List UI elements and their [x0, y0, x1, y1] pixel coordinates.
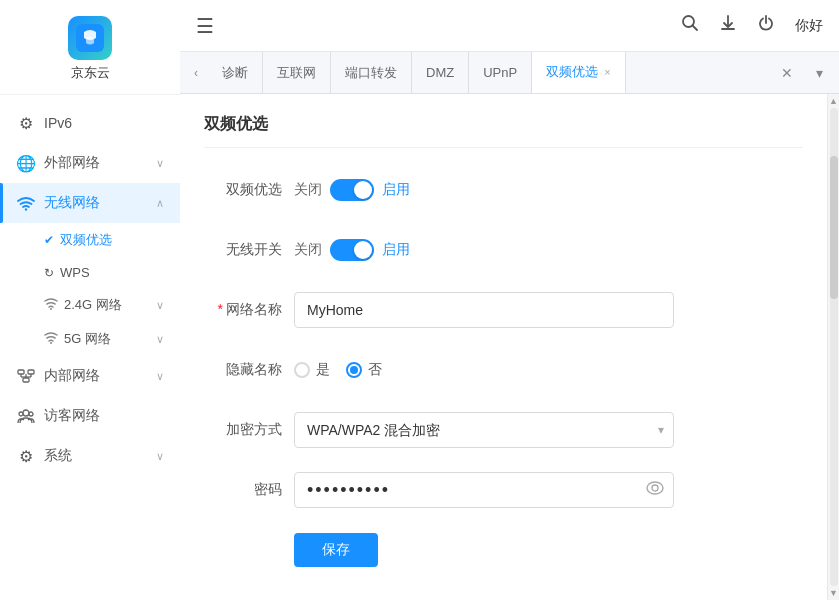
system-icon: ⚙: [16, 446, 36, 466]
svg-point-11: [23, 410, 29, 416]
wireless-switch-control: 关闭 启用: [294, 239, 410, 261]
power-icon[interactable]: [757, 14, 775, 37]
tab-add-button[interactable]: ✕: [771, 57, 803, 89]
guest-network-icon: [16, 406, 36, 426]
hide-no-label: 否: [368, 361, 382, 379]
ipv6-icon: ⚙: [16, 113, 36, 133]
wifi-5g-icon: [44, 331, 58, 347]
sidebar-item-wps[interactable]: ↻ WPS: [0, 257, 180, 288]
chevron-down-icon: ∨: [156, 370, 164, 383]
checkmark-icon: ✔: [44, 233, 54, 247]
dual-band-off-label: 关闭: [294, 181, 322, 199]
tab-more-button[interactable]: ▾: [803, 57, 835, 89]
tabs-bar: ‹ 诊断 互联网 端口转发 DMZ UPnP 双频优选 × ✕ ▾: [180, 52, 839, 94]
wireless-network-icon: [16, 193, 36, 213]
scrollbar: ▲ ▼: [827, 94, 839, 600]
wifi-2g-icon: [44, 297, 58, 313]
menu-icon[interactable]: ☰: [196, 14, 214, 38]
network-name-input[interactable]: [294, 292, 674, 328]
radio-circle-yes: [294, 362, 310, 378]
encrypt-label: 加密方式: [204, 421, 294, 439]
svg-point-3: [50, 342, 52, 344]
scroll-down-button[interactable]: ▼: [829, 588, 839, 598]
hide-no-radio[interactable]: 否: [346, 361, 382, 379]
scroll-thumb[interactable]: [830, 156, 838, 299]
network-name-label: 网络名称: [204, 301, 294, 319]
sidebar-item-label: 外部网络: [44, 154, 152, 172]
internal-network-icon: [16, 366, 36, 386]
chevron-down-icon: ∨: [156, 157, 164, 170]
tab-close-icon[interactable]: ×: [604, 66, 610, 78]
encrypt-select[interactable]: WPA/WPA2 混合加密 WPA2 WPA 无加密: [294, 412, 674, 448]
svg-point-1: [25, 208, 27, 210]
tab-internet[interactable]: 互联网: [263, 52, 331, 93]
sidebar-item-5g-network[interactable]: 5G 网络 ∨: [0, 322, 180, 356]
search-icon[interactable]: [681, 14, 699, 37]
sidebar-item-label: 无线网络: [44, 194, 152, 212]
tab-dmz[interactable]: DMZ: [412, 52, 469, 93]
dual-band-row: 双频优选 关闭 启用: [204, 172, 803, 208]
password-input[interactable]: [294, 472, 674, 508]
logo-area: 京东云: [0, 0, 180, 95]
svg-point-19: [647, 482, 663, 494]
svg-point-13: [29, 412, 33, 416]
password-control: [294, 472, 674, 508]
encrypt-control: WPA/WPA2 混合加密 WPA2 WPA 无加密 ▾: [294, 412, 674, 448]
wireless-toggle[interactable]: [330, 239, 374, 261]
save-row: 保存: [204, 532, 803, 568]
tab-nav-left[interactable]: ‹: [184, 52, 208, 93]
user-greeting[interactable]: 你好: [795, 17, 823, 35]
svg-point-12: [19, 412, 23, 416]
sidebar-item-wireless-network[interactable]: 无线网络 ∧: [0, 183, 180, 223]
encrypt-row: 加密方式 WPA/WPA2 混合加密 WPA2 WPA 无加密 ▾: [204, 412, 803, 448]
save-button[interactable]: 保存: [294, 533, 378, 567]
save-control: 保存: [294, 533, 378, 567]
network-name-control: [294, 292, 674, 328]
svg-rect-6: [23, 378, 29, 382]
scroll-up-button[interactable]: ▲: [829, 96, 839, 106]
scroll-track: [830, 108, 838, 586]
encrypt-select-wrap: WPA/WPA2 混合加密 WPA2 WPA 无加密 ▾: [294, 412, 674, 448]
wireless-off-label: 关闭: [294, 241, 322, 259]
sidebar-item-ipv6[interactable]: ⚙ IPv6: [0, 103, 180, 143]
sidebar-item-dual-band[interactable]: ✔ 双频优选: [0, 223, 180, 257]
tab-dual-band[interactable]: 双频优选 ×: [532, 52, 625, 94]
chevron-down-icon: ∨: [156, 299, 164, 312]
download-icon[interactable]: [719, 14, 737, 37]
sidebar-item-system[interactable]: ⚙ 系统 ∨: [0, 436, 180, 476]
wireless-switch-label: 无线开关: [204, 241, 294, 259]
sidebar-sub-label: 5G 网络: [64, 330, 111, 348]
sidebar-sub-label: 2.4G 网络: [64, 296, 122, 314]
chevron-down-icon: ∨: [156, 450, 164, 463]
sidebar-item-2g-network[interactable]: 2.4G 网络 ∨: [0, 288, 180, 322]
hide-yes-radio[interactable]: 是: [294, 361, 330, 379]
tab-port-forward[interactable]: 端口转发: [331, 52, 412, 93]
dual-band-control: 关闭 启用: [294, 179, 410, 201]
sidebar-item-external-network[interactable]: 🌐 外部网络 ∨: [0, 143, 180, 183]
external-network-icon: 🌐: [16, 153, 36, 173]
tab-diagnose[interactable]: 诊断: [208, 52, 263, 93]
sidebar-sub-label: WPS: [60, 265, 90, 280]
wireless-switch-row: 无线开关 关闭 启用: [204, 232, 803, 268]
sidebar-nav: ⚙ IPv6 🌐 外部网络 ∨ 无线网络 ∧ ✔ 双频优选: [0, 95, 180, 600]
dual-band-label: 双频优选: [204, 181, 294, 199]
tabs-right-buttons: ✕ ▾: [771, 52, 835, 93]
eye-icon[interactable]: [646, 481, 664, 499]
svg-rect-5: [28, 370, 34, 374]
radio-circle-no: [346, 362, 362, 378]
password-wrap: [294, 472, 674, 508]
sidebar: 京东云 ⚙ IPv6 🌐 外部网络 ∨ 无线网络 ∧: [0, 0, 180, 600]
sidebar-item-guest-network[interactable]: 访客网络: [0, 396, 180, 436]
sidebar-item-label: 内部网络: [44, 367, 152, 385]
page-title: 双频优选: [204, 114, 803, 148]
topbar-right: 你好: [681, 14, 823, 37]
dual-band-toggle[interactable]: [330, 179, 374, 201]
password-label: 密码: [204, 481, 294, 499]
main-content: 双频优选 双频优选 关闭 启用 无线开关 关闭 启用: [180, 94, 827, 600]
sidebar-item-internal-network[interactable]: 内部网络 ∨: [0, 356, 180, 396]
password-row: 密码: [204, 472, 803, 508]
network-name-row: 网络名称: [204, 292, 803, 328]
hide-yes-label: 是: [316, 361, 330, 379]
svg-rect-4: [18, 370, 24, 374]
tab-upnp[interactable]: UPnP: [469, 52, 532, 93]
